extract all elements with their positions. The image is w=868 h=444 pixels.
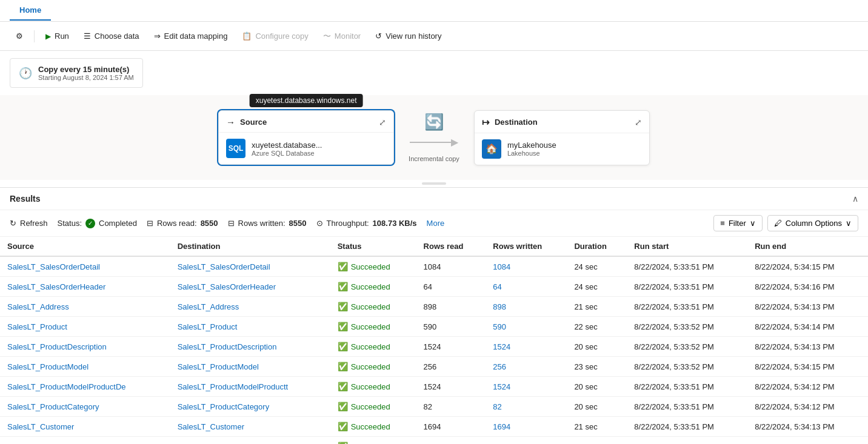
table-row: SalesLT_ProductModelProductDe SalesLT_Pr… — [0, 377, 868, 397]
source-link[interactable]: SalesLT_Product — [7, 322, 67, 331]
rows-written-link[interactable]: 1694 — [493, 422, 510, 431]
source-external-link-icon[interactable]: ⤢ — [379, 118, 386, 127]
play-icon: ▶ — [45, 32, 51, 41]
source-link[interactable]: SalesLT_ProductCategory — [7, 402, 99, 411]
table-row: SalesLT_SalesOrderHeader SalesLT_SalesOr… — [0, 277, 868, 297]
table-row: SalesLT_Address SalesLT_Address ✅Succeed… — [0, 297, 868, 317]
status-badge-row: ✅Succeeded — [338, 402, 409, 411]
cell-source: SalesLT_SalesOrderDetail — [0, 256, 170, 277]
destination-external-link-icon[interactable]: ⤢ — [635, 118, 642, 127]
cell-run-end: 8/22/2024, 5:34:13 PM — [747, 337, 868, 357]
source-link[interactable]: SalesLT_Customer — [7, 422, 74, 431]
col-source: Source — [0, 237, 170, 256]
cell-status: ✅Succeeded — [330, 357, 416, 377]
destination-link[interactable]: SalesLT_ProductModel — [178, 362, 259, 371]
rows-written-link[interactable]: 834 — [493, 442, 506, 445]
source-node[interactable]: xuyetest.database.windows.net → Source ⤢… — [218, 110, 394, 165]
col-rows-read: Rows read — [416, 237, 486, 256]
source-node-info: xuyetest.database... Azure SQL Database — [252, 141, 322, 157]
pipeline-connector: 🔄 ▶ Incremental copy — [409, 113, 459, 162]
col-run-end: Run end — [747, 237, 868, 256]
configure-copy-button[interactable]: 📋 Configure copy — [236, 28, 314, 44]
edit-mapping-button[interactable]: ⇒ Edit data mapping — [148, 28, 234, 44]
cell-duration: 21 sec — [567, 417, 627, 437]
toolbar-separator — [34, 30, 35, 42]
results-collapse-button[interactable]: ∧ — [852, 194, 858, 204]
view-run-history-label: View run history — [386, 31, 441, 41]
tab-bar: Home — [0, 0, 868, 22]
cell-run-end: 8/22/2024, 5:34:15 PM — [747, 256, 868, 277]
schedule-banner: 🕐 Copy every 15 minute(s) Starting Augus… — [10, 58, 143, 88]
tab-home[interactable]: Home — [10, 1, 51, 21]
choose-data-label: Choose data — [95, 31, 139, 41]
rows-read-stat: ⊟ Rows read: 8550 — [147, 219, 218, 228]
refresh-icon: ↻ — [10, 219, 16, 228]
rows-written-link[interactable]: 898 — [493, 302, 506, 311]
source-arrow-icon: → — [226, 117, 235, 127]
destination-link[interactable]: SalesLT_Address — [178, 302, 239, 311]
results-table-container: Source Destination Status Rows read Rows… — [0, 237, 868, 444]
destination-lake-name: myLakehouse — [507, 141, 556, 150]
rows-written-link[interactable]: 256 — [493, 362, 506, 371]
status-badge: Status: ✓ Completed — [58, 219, 137, 228]
rows-written-link[interactable]: 590 — [493, 322, 506, 331]
cell-destination: SalesLT_SalesOrderDetail — [170, 256, 330, 277]
source-link[interactable]: SalesLT_SalesOrderHeader — [7, 282, 105, 291]
destination-link[interactable]: SalesLT_ProductDescription — [178, 342, 277, 351]
rows-written-link[interactable]: 1084 — [493, 262, 510, 271]
cell-run-start: 8/22/2024, 5:33:51 PM — [627, 437, 747, 445]
choose-data-button[interactable]: ☰ Choose data — [78, 28, 145, 44]
rows-written-link[interactable]: 1524 — [493, 342, 510, 351]
destination-link[interactable]: SalesLT_CustomerAddress — [178, 442, 273, 445]
filter-button[interactable]: ≡ Filter ∨ — [713, 215, 762, 231]
more-button[interactable]: More — [427, 219, 445, 228]
gear-icon: ⚙ — [16, 31, 23, 41]
monitor-button[interactable]: 〜 Monitor — [317, 27, 367, 45]
cell-rows-read: 256 — [416, 357, 486, 377]
destination-link[interactable]: SalesLT_SalesOrderHeader — [178, 282, 276, 291]
destination-link[interactable]: SalesLT_SalesOrderDetail — [178, 262, 270, 271]
destination-link[interactable]: SalesLT_ProductCategory — [178, 402, 270, 411]
source-link[interactable]: SalesLT_SalesOrderDetail — [7, 262, 100, 271]
destination-node[interactable]: ↦ Destination ⤢ 🏠 myLakehouse Lakehouse — [474, 110, 650, 165]
collapse-bar[interactable] — [422, 182, 446, 185]
rows-written-link[interactable]: 82 — [493, 402, 501, 411]
destination-link[interactable]: SalesLT_ProductModelProductt — [178, 382, 289, 391]
rows-written-link[interactable]: 1524 — [493, 382, 510, 391]
source-link[interactable]: SalesLT_ProductDescription — [7, 342, 107, 351]
lakehouse-icon: 🏠 — [482, 139, 501, 159]
cell-status: ✅Succeeded — [330, 397, 416, 417]
cell-run-end: 8/22/2024, 5:34:15 PM — [747, 357, 868, 377]
destination-link[interactable]: SalesLT_Product — [178, 322, 238, 331]
view-run-history-button[interactable]: ↺ View run history — [369, 28, 447, 44]
source-link[interactable]: SalesLT_CustomerAddress — [7, 442, 103, 445]
rows-written-label: Rows written: — [238, 219, 285, 228]
cell-run-start: 8/22/2024, 5:33:51 PM — [627, 377, 747, 397]
cell-run-start: 8/22/2024, 5:33:51 PM — [627, 256, 747, 277]
run-label: Run — [55, 31, 69, 41]
source-link[interactable]: SalesLT_ProductModelProductDe — [7, 382, 126, 391]
cell-rows-read: 590 — [416, 317, 486, 337]
schedule-text: Copy every 15 minute(s) Starting August … — [38, 65, 134, 81]
cell-status: ✅Succeeded — [330, 417, 416, 437]
cell-run-end: 8/22/2024, 5:34:14 PM — [747, 317, 868, 337]
refresh-button[interactable]: ↻ Refresh — [10, 219, 48, 228]
run-button[interactable]: ▶ Run — [39, 28, 75, 44]
cell-destination: SalesLT_ProductCategory — [170, 397, 330, 417]
source-link[interactable]: SalesLT_ProductModel — [7, 362, 88, 371]
rows-written-link[interactable]: 64 — [493, 282, 501, 291]
cell-rows-written: 1524 — [486, 377, 567, 397]
cell-rows-read: 64 — [416, 277, 486, 297]
gear-button[interactable]: ⚙ — [10, 28, 29, 44]
results-title: Results — [10, 194, 41, 204]
edit-mapping-label: Edit data mapping — [164, 31, 228, 41]
cell-rows-written: 1084 — [486, 256, 567, 277]
edit-mapping-icon: ⇒ — [154, 31, 161, 41]
check-icon: ✅ — [338, 262, 348, 271]
source-link[interactable]: SalesLT_Address — [7, 302, 69, 311]
column-options-button[interactable]: 🖊 Column Options ∨ — [767, 215, 858, 231]
destination-link[interactable]: SalesLT_Customer — [178, 422, 244, 431]
source-node-title: → Source — [226, 117, 267, 127]
history-icon: ↺ — [375, 31, 382, 41]
cell-run-end: 8/22/2024, 5:34:12 PM — [747, 437, 868, 445]
